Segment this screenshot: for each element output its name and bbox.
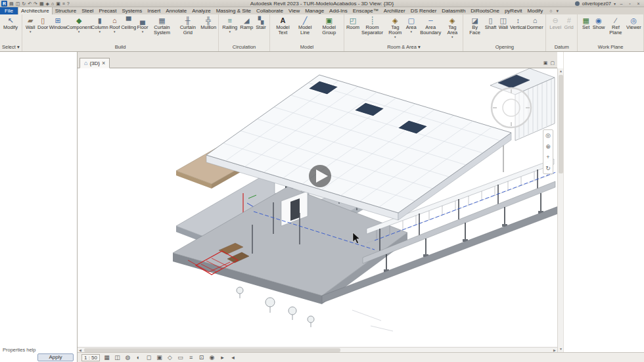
ceiling-button[interactable]: ▀Ceiling [121,15,137,34]
minimize-button[interactable]: – [618,1,624,6]
restore-button[interactable]: ▫ [627,1,633,6]
pan-icon[interactable]: + [546,152,549,162]
properties-help-link[interactable]: Properties help [3,347,35,353]
orbit-icon[interactable]: ↻ [545,164,551,173]
shadows-icon[interactable]: ◐ [135,354,142,361]
tab-structure[interactable]: Structure [53,7,79,14]
sun-path-icon[interactable]: ◍ [124,354,131,361]
crop-view-icon[interactable]: ◻ [145,354,152,361]
vertical-opening-button[interactable]: ↕Vertical [509,15,526,34]
save-icon[interactable]: ◫ [16,1,20,7]
tab-view[interactable]: View [286,7,302,14]
model-line-button[interactable]: ╱Model Line [294,15,316,39]
door-button[interactable]: ▯Door [37,15,49,34]
by-face-button[interactable]: ◪By Face [465,15,484,39]
vertical-scrollbar[interactable]: ▲ ▼ [557,68,563,352]
3d-lock-icon[interactable]: ◇ [166,354,173,361]
reveal-hidden-icon[interactable]: ≡ [187,354,195,361]
user-menu-caret-icon[interactable]: ▾ [614,1,616,6]
room-button[interactable]: ◰Room [346,15,359,34]
undo-icon[interactable]: ↶ [28,1,32,7]
thin-lines-icon[interactable]: ≡ [62,1,65,7]
tab-massing-site[interactable]: Massing & Site [214,7,254,14]
grid-button[interactable]: #Grid [563,15,575,34]
open-icon[interactable]: ▤ [9,1,14,7]
temporary-hide-icon[interactable]: ▭ [177,354,184,361]
crop-region-icon[interactable]: ▣ [156,354,163,361]
tab-modify[interactable]: Modify [525,7,546,14]
tab-dirootsone[interactable]: DiRootsOne [468,7,502,14]
tag-icon[interactable]: ◈ [46,1,49,7]
view-tab-close-icon[interactable]: × [102,60,105,66]
apply-button[interactable]: Apply [37,353,74,361]
tag-room-button[interactable]: ◈Tag Room▾ [385,15,405,39]
scale-button[interactable]: 1 : 50 [81,354,100,361]
tab-architecture[interactable]: Architecture [18,7,53,14]
file-menu-button[interactable]: File [0,7,18,14]
area-button[interactable]: ▢Area▾ [405,15,417,34]
model-group-button[interactable]: ▣Model Group [316,15,342,39]
vertical-scroll-thumb[interactable] [559,75,563,173]
steering-wheel-icon[interactable]: ◎ [545,131,551,140]
tab-add-ins[interactable]: Add-Ins [327,7,350,14]
tab-datasmith[interactable]: Datasmith [439,7,468,14]
ribbon-collapse-caret-icon[interactable]: ▾ [556,9,559,14]
shaft-button[interactable]: ▯Shaft [484,15,497,34]
railing-button[interactable]: ≡Railing▾ [221,15,239,34]
stair-button[interactable]: ▚Stair [254,15,267,34]
help-icon[interactable]: ? [67,1,70,7]
component-button[interactable]: ◆Component▾ [67,15,91,34]
tab-manage[interactable]: Manage [302,7,327,14]
video-play-button[interactable] [309,165,331,187]
model-text-button[interactable]: AModel Text [272,15,294,39]
wall-opening-button[interactable]: ◫Wall [497,15,509,34]
account-area[interactable]: oliverlopez07 ▾ – ▫ × [575,1,644,7]
redo-icon[interactable]: ↷ [34,1,37,7]
viewer-button[interactable]: ◎Viewer [626,15,641,34]
tab-ds-render[interactable]: DS Render [408,7,440,14]
dormer-button[interactable]: ⌂Dormer [526,15,543,34]
tab-collaborate[interactable]: Collaborate [254,7,286,14]
tab-pyrevit[interactable]: pyRevit [502,7,525,14]
tab-enscape[interactable]: Enscape™ [350,7,381,14]
tab-insert[interactable]: Insert [145,7,163,14]
tab-list-icon[interactable]: ▣ [543,60,548,66]
roof-button[interactable]: ⌂Roof▾ [108,15,121,34]
curtain-system-button[interactable]: ▦Curtain System [149,15,175,39]
revit-logo-icon[interactable]: R [1,1,7,7]
collapse-icon[interactable]: ◂ [229,354,237,361]
wall-button[interactable]: ▰Wall▾ [24,15,37,34]
sync-icon[interactable]: ↻ [22,1,26,7]
drawing-area[interactable]: ◎ ⊕ + ↻ [78,68,557,347]
tag-area-button[interactable]: ◈Tag Area▾ [444,15,461,39]
tab-steel[interactable]: Steel [79,7,96,14]
curtain-grid-button[interactable]: ╫Curtain Grid [175,15,200,39]
close-button[interactable]: × [635,1,641,6]
modify-button[interactable]: ↖ Modify [2,15,19,34]
window-button[interactable]: ⊞Window [49,15,67,34]
visual-style-icon[interactable]: ◫ [114,354,121,361]
area-boundary-button[interactable]: ┄Area Boundary [417,15,444,39]
horizontal-scrollbar[interactable]: ◀ ▶ [78,347,557,352]
3d-view-canvas[interactable] [78,68,557,347]
tab-precast[interactable]: Precast [96,7,119,14]
tab-systems[interactable]: Systems [120,7,145,14]
room-separator-button[interactable]: ┊Room Separator [359,15,385,39]
zoom-icon[interactable]: ⊕ [545,142,551,151]
tab-analyze[interactable]: Analyze [189,7,213,14]
floor-button[interactable]: ▄Floor▾ [136,15,149,34]
default-3d-view-icon[interactable]: ⌂ [51,1,54,7]
view-tab-3d[interactable]: ⌂ {3D} × [80,58,110,68]
constraints-icon[interactable]: ◉ [208,354,216,361]
panel-label-room-area[interactable]: Room & Area ▾ [346,43,461,51]
detail-level-icon[interactable]: ▦ [103,354,110,361]
ramp-button[interactable]: ◢Ramp [239,15,254,34]
tab-annotate[interactable]: Annotate [163,7,189,14]
set-button[interactable]: ▦Set [580,15,592,34]
tab-layout-icon[interactable]: ▢ [550,60,555,66]
tab-archilizer[interactable]: Archilizer [381,7,408,14]
column-button[interactable]: ▮Column▾ [91,15,108,34]
print-icon[interactable]: ▦ [39,1,44,7]
ref-plane-button[interactable]: ∕Ref Plane [605,15,626,39]
expand-icon[interactable]: ▸ [219,354,226,361]
